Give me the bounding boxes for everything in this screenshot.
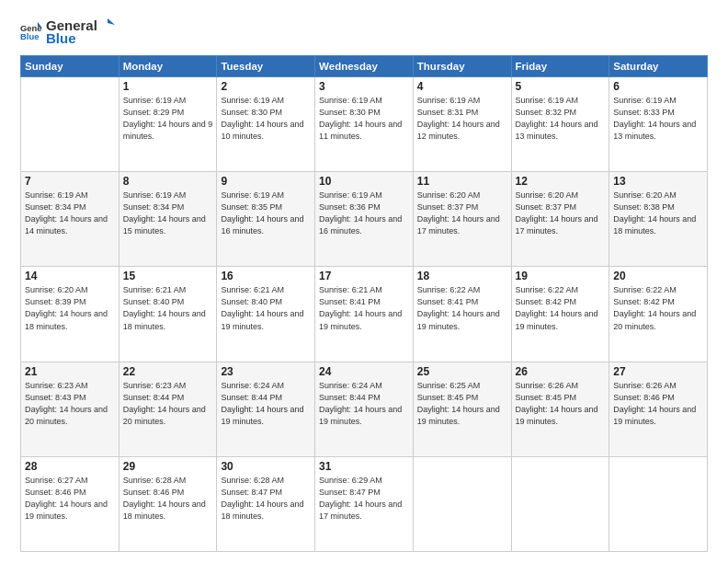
- logo-icon: General Blue: [20, 20, 42, 42]
- calendar-cell: 23Sunrise: 6:24 AMSunset: 8:44 PMDayligh…: [217, 362, 315, 456]
- calendar-cell: 28Sunrise: 6:27 AMSunset: 8:46 PMDayligh…: [21, 456, 119, 551]
- day-number: 29: [123, 460, 213, 473]
- calendar-cell: 29Sunrise: 6:28 AMSunset: 8:46 PMDayligh…: [119, 456, 217, 551]
- calendar-cell: 20Sunrise: 6:22 AMSunset: 8:42 PMDayligh…: [609, 267, 708, 362]
- calendar-cell: [413, 456, 511, 551]
- day-info: Sunrise: 6:29 AMSunset: 8:47 PMDaylight:…: [319, 475, 409, 523]
- day-number: 19: [516, 270, 606, 282]
- calendar-day-header: Thursday: [413, 56, 511, 77]
- calendar-cell: [21, 77, 119, 172]
- day-info: Sunrise: 6:19 AMSunset: 8:31 PMDaylight:…: [417, 95, 507, 143]
- day-info: Sunrise: 6:21 AMSunset: 8:40 PMDaylight:…: [221, 284, 311, 332]
- day-number: 9: [221, 175, 311, 188]
- calendar-cell: 14Sunrise: 6:20 AMSunset: 8:39 PMDayligh…: [21, 267, 119, 362]
- calendar-cell: 10Sunrise: 6:19 AMSunset: 8:36 PMDayligh…: [315, 172, 414, 267]
- calendar-day-header: Tuesday: [217, 56, 315, 77]
- day-number: 2: [221, 80, 311, 93]
- day-number: 23: [221, 365, 311, 378]
- day-number: 6: [613, 80, 703, 93]
- day-number: 7: [25, 175, 115, 188]
- calendar-week-row: 14Sunrise: 6:20 AMSunset: 8:39 PMDayligh…: [21, 267, 708, 362]
- day-number: 1: [123, 80, 213, 93]
- calendar-cell: [511, 456, 609, 551]
- calendar-week-row: 7Sunrise: 6:19 AMSunset: 8:34 PMDaylight…: [21, 172, 708, 267]
- calendar-cell: 2Sunrise: 6:19 AMSunset: 8:30 PMDaylight…: [217, 77, 315, 172]
- calendar-cell: 31Sunrise: 6:29 AMSunset: 8:47 PMDayligh…: [315, 456, 414, 551]
- calendar-cell: 7Sunrise: 6:19 AMSunset: 8:34 PMDaylight…: [21, 172, 119, 267]
- day-number: 25: [417, 365, 507, 378]
- day-info: Sunrise: 6:20 AMSunset: 8:39 PMDaylight:…: [25, 284, 115, 332]
- day-info: Sunrise: 6:28 AMSunset: 8:47 PMDaylight:…: [221, 475, 311, 523]
- calendar-cell: 4Sunrise: 6:19 AMSunset: 8:31 PMDaylight…: [413, 77, 511, 172]
- calendar-day-header: Wednesday: [315, 56, 414, 77]
- day-info: Sunrise: 6:19 AMSunset: 8:30 PMDaylight:…: [221, 95, 311, 143]
- svg-marker-3: [108, 18, 115, 25]
- day-info: Sunrise: 6:24 AMSunset: 8:44 PMDaylight:…: [221, 380, 311, 428]
- calendar-day-header: Sunday: [21, 56, 119, 77]
- calendar-cell: 27Sunrise: 6:26 AMSunset: 8:46 PMDayligh…: [609, 362, 708, 456]
- day-info: Sunrise: 6:23 AMSunset: 8:43 PMDaylight:…: [25, 380, 115, 428]
- day-info: Sunrise: 6:19 AMSunset: 8:30 PMDaylight:…: [319, 95, 409, 143]
- calendar-day-header: Friday: [511, 56, 609, 77]
- calendar-week-row: 1Sunrise: 6:19 AMSunset: 8:29 PMDaylight…: [21, 77, 708, 172]
- calendar-cell: 24Sunrise: 6:24 AMSunset: 8:44 PMDayligh…: [315, 362, 414, 456]
- day-info: Sunrise: 6:25 AMSunset: 8:45 PMDaylight:…: [417, 380, 507, 428]
- day-info: Sunrise: 6:23 AMSunset: 8:44 PMDaylight:…: [123, 380, 213, 428]
- calendar-header-row: SundayMondayTuesdayWednesdayThursdayFrid…: [21, 56, 708, 77]
- page: General Blue General Blue SundayMonda: [0, 0, 728, 563]
- calendar-cell: 6Sunrise: 6:19 AMSunset: 8:33 PMDaylight…: [609, 77, 708, 172]
- day-info: Sunrise: 6:22 AMSunset: 8:42 PMDaylight:…: [516, 284, 606, 332]
- day-number: 18: [417, 270, 507, 282]
- header: General Blue General Blue: [20, 17, 708, 46]
- calendar-cell: [609, 456, 708, 551]
- day-info: Sunrise: 6:26 AMSunset: 8:45 PMDaylight:…: [516, 380, 606, 428]
- calendar-cell: 12Sunrise: 6:20 AMSunset: 8:37 PMDayligh…: [511, 172, 609, 267]
- logo-bird-icon: [98, 17, 115, 33]
- day-number: 28: [25, 460, 115, 473]
- day-info: Sunrise: 6:24 AMSunset: 8:44 PMDaylight:…: [319, 380, 409, 428]
- day-info: Sunrise: 6:27 AMSunset: 8:46 PMDaylight:…: [25, 475, 115, 523]
- calendar-cell: 11Sunrise: 6:20 AMSunset: 8:37 PMDayligh…: [413, 172, 511, 267]
- calendar-cell: 3Sunrise: 6:19 AMSunset: 8:30 PMDaylight…: [315, 77, 414, 172]
- svg-text:Blue: Blue: [20, 31, 39, 41]
- day-number: 26: [516, 365, 606, 378]
- day-info: Sunrise: 6:19 AMSunset: 8:36 PMDaylight:…: [319, 190, 409, 237]
- logo: General Blue General Blue: [20, 17, 116, 46]
- calendar-cell: 1Sunrise: 6:19 AMSunset: 8:29 PMDaylight…: [119, 77, 217, 172]
- day-info: Sunrise: 6:19 AMSunset: 8:34 PMDaylight:…: [123, 190, 213, 237]
- day-number: 14: [25, 270, 115, 282]
- day-number: 5: [516, 80, 606, 93]
- day-info: Sunrise: 6:19 AMSunset: 8:33 PMDaylight:…: [613, 95, 703, 143]
- calendar-week-row: 21Sunrise: 6:23 AMSunset: 8:43 PMDayligh…: [21, 362, 708, 456]
- day-number: 10: [319, 175, 409, 188]
- day-info: Sunrise: 6:28 AMSunset: 8:46 PMDaylight:…: [123, 475, 213, 523]
- day-info: Sunrise: 6:20 AMSunset: 8:37 PMDaylight:…: [516, 190, 606, 237]
- day-number: 21: [25, 365, 115, 378]
- day-info: Sunrise: 6:22 AMSunset: 8:41 PMDaylight:…: [417, 284, 507, 332]
- calendar-cell: 15Sunrise: 6:21 AMSunset: 8:40 PMDayligh…: [119, 267, 217, 362]
- day-info: Sunrise: 6:19 AMSunset: 8:35 PMDaylight:…: [221, 190, 311, 237]
- calendar-cell: 8Sunrise: 6:19 AMSunset: 8:34 PMDaylight…: [119, 172, 217, 267]
- day-number: 20: [613, 270, 703, 282]
- calendar-cell: 16Sunrise: 6:21 AMSunset: 8:40 PMDayligh…: [217, 267, 315, 362]
- calendar-cell: 5Sunrise: 6:19 AMSunset: 8:32 PMDaylight…: [511, 77, 609, 172]
- calendar-day-header: Saturday: [609, 56, 708, 77]
- calendar-cell: 21Sunrise: 6:23 AMSunset: 8:43 PMDayligh…: [21, 362, 119, 456]
- calendar-week-row: 28Sunrise: 6:27 AMSunset: 8:46 PMDayligh…: [21, 456, 708, 551]
- day-info: Sunrise: 6:20 AMSunset: 8:37 PMDaylight:…: [417, 190, 507, 237]
- day-info: Sunrise: 6:20 AMSunset: 8:38 PMDaylight:…: [613, 190, 703, 237]
- day-number: 16: [221, 270, 311, 282]
- day-number: 15: [123, 270, 213, 282]
- day-info: Sunrise: 6:19 AMSunset: 8:29 PMDaylight:…: [123, 95, 213, 143]
- day-number: 22: [123, 365, 213, 378]
- day-number: 24: [319, 365, 409, 378]
- day-number: 13: [613, 175, 703, 188]
- day-info: Sunrise: 6:19 AMSunset: 8:32 PMDaylight:…: [516, 95, 606, 143]
- day-number: 4: [417, 80, 507, 93]
- day-number: 11: [417, 175, 507, 188]
- day-info: Sunrise: 6:19 AMSunset: 8:34 PMDaylight:…: [25, 190, 115, 237]
- calendar-cell: 13Sunrise: 6:20 AMSunset: 8:38 PMDayligh…: [609, 172, 708, 267]
- calendar-cell: 17Sunrise: 6:21 AMSunset: 8:41 PMDayligh…: [315, 267, 414, 362]
- day-number: 3: [319, 80, 409, 93]
- calendar-cell: 25Sunrise: 6:25 AMSunset: 8:45 PMDayligh…: [413, 362, 511, 456]
